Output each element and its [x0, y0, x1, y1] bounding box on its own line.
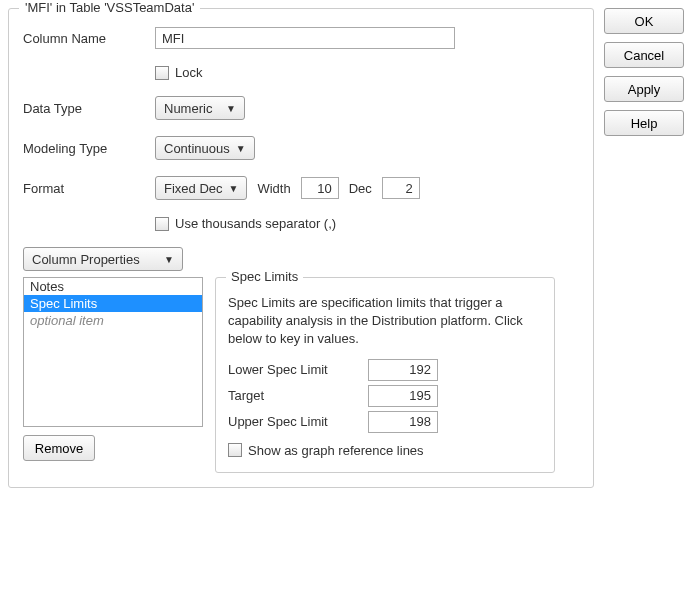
- data-type-select[interactable]: Numeric ▼: [155, 96, 245, 120]
- row-column-name: Column Name: [23, 27, 579, 49]
- label-column-name: Column Name: [23, 31, 145, 46]
- row-modeling-type: Modeling Type Continuous ▼: [23, 136, 579, 160]
- row-lock: Lock: [23, 65, 579, 80]
- chevron-down-icon: ▼: [226, 103, 236, 114]
- properties-listbox[interactable]: NotesSpec Limitsoptional item: [23, 277, 203, 427]
- row-format: Format Fixed Dec ▼ Width Dec: [23, 176, 579, 200]
- cancel-button[interactable]: Cancel: [604, 42, 684, 68]
- row-col-props-btn: Column Properties ▼: [23, 247, 579, 271]
- label-dec: Dec: [349, 181, 372, 196]
- list-item[interactable]: Notes: [24, 278, 202, 295]
- modeling-type-value: Continuous: [164, 141, 230, 156]
- show-ref-checkbox-wrap[interactable]: Show as graph reference lines: [228, 443, 424, 458]
- lock-checkbox-wrap[interactable]: Lock: [155, 65, 202, 80]
- label-width: Width: [257, 181, 290, 196]
- spec-limits-group: Spec Limits Spec Limits are specificatio…: [215, 277, 555, 473]
- lower-area: NotesSpec Limitsoptional item Remove Spe…: [23, 277, 579, 473]
- dec-input[interactable]: [382, 177, 420, 199]
- label-modeling-type: Modeling Type: [23, 141, 145, 156]
- show-ref-checkbox[interactable]: [228, 443, 242, 457]
- thousands-checkbox-wrap[interactable]: Use thousands separator (,): [155, 216, 336, 231]
- dialog-root: 'MFI' in Table 'VSSTeamData' Column Name…: [8, 8, 684, 488]
- label-target: Target: [228, 388, 368, 403]
- thousands-checkbox[interactable]: [155, 217, 169, 231]
- list-item[interactable]: Spec Limits: [24, 295, 202, 312]
- props-left: NotesSpec Limitsoptional item Remove: [23, 277, 203, 461]
- chevron-down-icon: ▼: [229, 183, 239, 194]
- spec-limits-description: Spec Limits are specification limits tha…: [228, 294, 542, 349]
- format-value: Fixed Dec: [164, 181, 223, 196]
- lock-label: Lock: [175, 65, 202, 80]
- chevron-down-icon: ▼: [236, 143, 246, 154]
- thousands-label: Use thousands separator (,): [175, 216, 336, 231]
- help-button[interactable]: Help: [604, 110, 684, 136]
- dialog-buttons: OK Cancel Apply Help: [604, 8, 684, 136]
- row-lower-spec: Lower Spec Limit: [228, 359, 542, 381]
- lower-spec-input[interactable]: [368, 359, 438, 381]
- apply-button[interactable]: Apply: [604, 76, 684, 102]
- lock-checkbox[interactable]: [155, 66, 169, 80]
- spec-limits-title: Spec Limits: [226, 269, 303, 284]
- group-title: 'MFI' in Table 'VSSTeamData': [19, 0, 200, 15]
- label-data-type: Data Type: [23, 101, 145, 116]
- column-name-input[interactable]: [155, 27, 455, 49]
- label-format: Format: [23, 181, 145, 196]
- row-upper-spec: Upper Spec Limit: [228, 411, 542, 433]
- list-item[interactable]: optional item: [24, 312, 202, 329]
- row-target: Target: [228, 385, 542, 407]
- column-info-group: 'MFI' in Table 'VSSTeamData' Column Name…: [8, 8, 594, 488]
- label-upper-spec: Upper Spec Limit: [228, 414, 368, 429]
- chevron-down-icon: ▼: [164, 254, 174, 265]
- row-thousands: Use thousands separator (,): [23, 216, 579, 231]
- target-input[interactable]: [368, 385, 438, 407]
- row-data-type: Data Type Numeric ▼: [23, 96, 579, 120]
- width-input[interactable]: [301, 177, 339, 199]
- upper-spec-input[interactable]: [368, 411, 438, 433]
- show-ref-label: Show as graph reference lines: [248, 443, 424, 458]
- ok-button[interactable]: OK: [604, 8, 684, 34]
- data-type-value: Numeric: [164, 101, 212, 116]
- label-lower-spec: Lower Spec Limit: [228, 362, 368, 377]
- modeling-type-select[interactable]: Continuous ▼: [155, 136, 255, 160]
- format-select[interactable]: Fixed Dec ▼: [155, 176, 247, 200]
- column-properties-button[interactable]: Column Properties ▼: [23, 247, 183, 271]
- column-properties-label: Column Properties: [32, 252, 140, 267]
- remove-button[interactable]: Remove: [23, 435, 95, 461]
